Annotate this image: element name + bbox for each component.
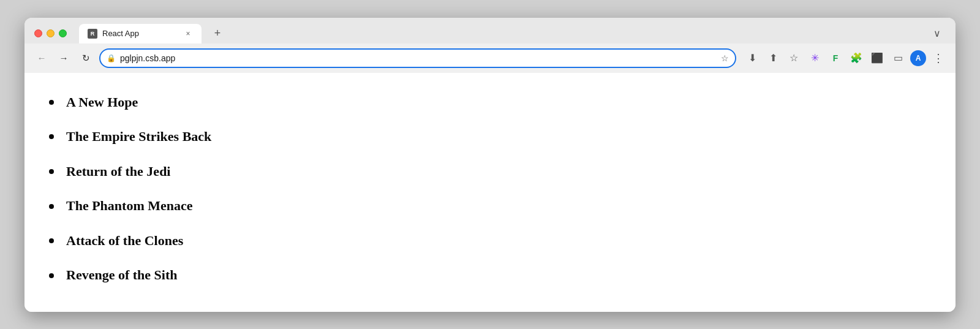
list-bullet (49, 100, 54, 105)
traffic-lights (34, 29, 67, 37)
maximize-traffic-light[interactable] (59, 29, 67, 37)
list-item: The Empire Strikes Back (49, 119, 931, 154)
address-text: pglpjn.csb.app (120, 48, 175, 68)
splitscreen-icon[interactable]: ▭ (889, 50, 907, 67)
address-bar[interactable]: 🔒 pglpjn.csb.app ☆ (99, 48, 736, 68)
back-icon: ← (37, 53, 47, 63)
list-bullet (49, 134, 54, 139)
more-options-button[interactable]: ⋮ (930, 50, 947, 67)
list-bullet (49, 238, 54, 243)
extension2-icon[interactable]: F (827, 50, 844, 67)
tab-title: React App (102, 29, 178, 38)
tab-close-button[interactable]: × (183, 29, 193, 39)
browser-tab-active[interactable]: R React App × (79, 24, 202, 43)
extension1-icon[interactable]: ✳ (806, 50, 823, 67)
nav-bar: ← → ↻ 🔒 pglpjn.csb.app ☆ ⬇ ⬆ ☆ ✳ F 🧩 ⬛ ▭… (24, 43, 956, 73)
address-bar-wrap: 🔒 pglpjn.csb.app ☆ (99, 48, 736, 68)
extensions-icon[interactable]: 🧩 (848, 50, 865, 67)
share-icon[interactable]: ⬆ (764, 50, 782, 67)
movie-title: Return of the Jedi (66, 163, 170, 181)
list-item: Return of the Jedi (49, 154, 931, 189)
movie-title: The Phantom Menace (66, 197, 193, 215)
tab-row: R React App × + ∨ (34, 24, 946, 43)
download-icon[interactable]: ⬇ (744, 50, 761, 67)
movie-title: Revenge of the Sith (66, 267, 177, 284)
title-bar: R React App × + ∨ (24, 18, 956, 43)
movie-title: The Empire Strikes Back (66, 128, 211, 146)
star-icon[interactable]: ☆ (785, 50, 802, 67)
bookmark-star-icon[interactable]: ☆ (721, 53, 729, 63)
movie-title: Attack of the Clones (66, 232, 183, 250)
list-item: The Phantom Menace (49, 189, 931, 224)
movie-title: A New Hope (66, 94, 138, 112)
list-item: Revenge of the Sith (49, 258, 931, 293)
forward-button[interactable]: → (55, 50, 72, 67)
reload-icon: ↻ (82, 53, 90, 64)
list-bullet (49, 273, 54, 278)
forward-icon: → (59, 53, 69, 63)
list-bullet (49, 169, 54, 174)
minimize-traffic-light[interactable] (47, 29, 55, 37)
content-area: A New HopeThe Empire Strikes BackReturn … (24, 73, 956, 312)
window-controls-right: ∨ (929, 25, 946, 42)
back-button[interactable]: ← (33, 50, 50, 67)
sidebar-icon[interactable]: ⬛ (869, 50, 886, 67)
window-chevron-icon[interactable]: ∨ (929, 25, 946, 42)
list-bullet (49, 204, 54, 209)
new-tab-button[interactable]: + (209, 25, 226, 42)
tab-favicon: R (88, 29, 97, 39)
profile-avatar[interactable]: A (910, 50, 926, 66)
movie-list: A New HopeThe Empire Strikes BackReturn … (49, 85, 931, 293)
toolbar-icons: ⬇ ⬆ ☆ ✳ F 🧩 ⬛ ▭ A ⋮ (744, 50, 947, 67)
close-traffic-light[interactable] (34, 29, 42, 37)
lock-icon: 🔒 (107, 54, 116, 62)
reload-button[interactable]: ↻ (77, 50, 94, 67)
browser-window: R React App × + ∨ ← → ↻ 🔒 (24, 18, 956, 312)
list-item: A New Hope (49, 85, 931, 120)
list-item: Attack of the Clones (49, 224, 931, 259)
